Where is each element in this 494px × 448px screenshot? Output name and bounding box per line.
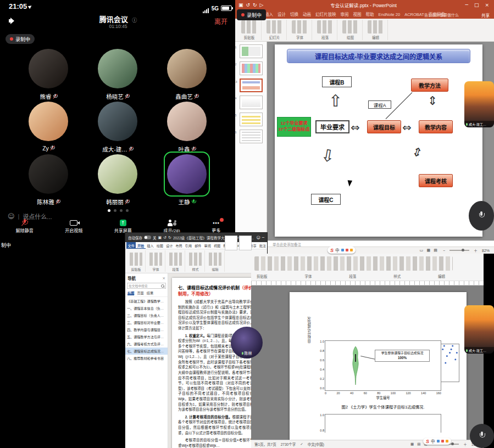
- ribbon-tab[interactable]: 插入: [146, 242, 155, 249]
- nav-outline-item[interactable]: 六、课程考核方式及评价标准: [125, 340, 168, 348]
- input-method-bar[interactable]: S 中: [328, 247, 356, 254]
- ime-tool-icon[interactable]: [346, 249, 348, 251]
- save-icon[interactable]: ▣: [238, 2, 243, 8]
- minimize-button[interactable]: ─: [262, 236, 264, 240]
- slide-thumbnail[interactable]: 2: [240, 61, 263, 75]
- slide-thumbnail[interactable]: 1: [240, 44, 263, 58]
- ribbon-tab[interactable]: 切换: [288, 10, 301, 19]
- emoji-icon[interactable]: ☺: [8, 212, 15, 220]
- ruler[interactable]: [251, 281, 484, 285]
- video-tile-muted[interactable]: [469, 201, 494, 231]
- close-button[interactable]: ×: [483, 2, 491, 8]
- ribbon-tab[interactable]: 动画: [301, 10, 313, 19]
- autosave-toggle[interactable]: [144, 236, 151, 239]
- slide-thumbnail[interactable]: 6: [240, 130, 263, 143]
- nav-outline-item[interactable]: 三、课程目标对毕业要求的支撑: [125, 319, 168, 326]
- participant-tile[interactable]: 鑫曲艺: [157, 46, 217, 100]
- participant-tile[interactable]: 杨晓艺: [87, 46, 148, 100]
- slide[interactable]: 课程目标达成-毕业要求达成之间的逻辑关系 课程B ⇧ 毕业要求 ⇔ 课程目标 ⇔…: [275, 44, 482, 237]
- slide-thumbnail-selected[interactable]: 3: [240, 79, 263, 92]
- input-method-bar[interactable]: S 中: [423, 438, 451, 445]
- nav-tab[interactable]: 标题: [127, 290, 134, 295]
- ribbon-tab[interactable]: 文件: [126, 242, 136, 249]
- style-gallery[interactable]: [225, 236, 252, 250]
- ribbon-tab[interactable]: 引用: [184, 242, 193, 249]
- ime-tool-icon[interactable]: [446, 440, 448, 443]
- participant-tile[interactable]: 成大-建…: [87, 99, 148, 153]
- unmute-button[interactable]: 解除静音: [16, 219, 34, 233]
- slide-panel[interactable]: 1 2 3 4 5 6: [235, 42, 267, 240]
- minimize-button[interactable]: ─: [464, 2, 470, 8]
- redo-icon[interactable]: ↻: [168, 236, 171, 240]
- nav-outline-item[interactable]: 《基础工程》课程教学大纲: [125, 298, 168, 305]
- video-tile[interactable]: 成大-建工…: [464, 81, 494, 127]
- participant-tile[interactable]: 韩丽丽: [87, 152, 148, 206]
- ribbon-tab[interactable]: 审阅: [338, 10, 351, 19]
- smiley-icon[interactable]: ☺: [256, 236, 260, 240]
- ime-mode[interactable]: 中: [431, 438, 435, 444]
- notes-pane[interactable]: 单击此处添加备注: [267, 240, 494, 247]
- zoom-in-button[interactable]: ＋: [474, 248, 478, 253]
- ime-tool-icon[interactable]: [341, 249, 344, 251]
- document-page[interactable]: 目标1达成情况 1.0 0.8 0.6 1.0 0.8 0.6 0.4 0.2 …: [290, 292, 467, 440]
- nav-outline-item[interactable]: 七、课程目标达成情况评价机制: [125, 348, 168, 355]
- ribbon-tab[interactable]: 设计: [165, 242, 174, 249]
- ribbon-group[interactable]: 编辑: [364, 20, 388, 40]
- ribbon-tab[interactable]: 设计: [275, 10, 288, 19]
- zoom-level[interactable]: 82%: [482, 249, 490, 253]
- video-bubble[interactable]: 陈林: [231, 327, 263, 359]
- participant-tile[interactable]: 陈林雅: [18, 152, 79, 206]
- nav-outline-item[interactable]: 八、推荐教材和参考书目: [125, 355, 168, 362]
- ribbon-icons[interactable]: [254, 256, 453, 271]
- ribbon-group[interactable]: 样式: [186, 250, 205, 272]
- ime-mode[interactable]: 中: [335, 247, 340, 253]
- ribbon-group[interactable]: 绘图: [338, 20, 363, 40]
- ribbon-tab[interactable]: 邮件: [193, 242, 203, 249]
- ribbon-tab[interactable]: 布局: [174, 242, 184, 249]
- slideshow-icon[interactable]: ▷: [260, 2, 264, 8]
- ribbon-tab[interactable]: 审阅: [203, 242, 212, 249]
- tell-me-box[interactable]: 告诉我你想要做什么: [424, 12, 459, 18]
- nav-outline-item[interactable]: 一、课程基本信息（负责人填写）: [125, 305, 168, 312]
- ribbon-group[interactable]: 剪贴板: [237, 20, 262, 40]
- zoom-slider[interactable]: [449, 250, 469, 251]
- save-icon[interactable]: ▣: [158, 236, 162, 240]
- nav-tab[interactable]: 结果: [147, 290, 153, 295]
- participant-tile[interactable]: 叶鑫: [157, 99, 217, 153]
- ribbon-tab[interactable]: 视图: [212, 242, 221, 249]
- share-screen-button[interactable]: 共享屏幕: [114, 219, 132, 233]
- ribbon-group[interactable]: 剪贴板: [127, 250, 146, 272]
- slide-thumbnail[interactable]: 4: [240, 96, 263, 109]
- ribbon-tab[interactable]: 幻灯片放映: [313, 10, 338, 19]
- search-icon[interactable]: [161, 284, 164, 288]
- info-icon[interactable]: ⓘ: [132, 18, 137, 23]
- language-indicator[interactable]: 中文(中国): [308, 441, 324, 447]
- ime-tool-icon[interactable]: [441, 440, 444, 443]
- ribbon-tab[interactable]: EndNote 20: [376, 10, 403, 19]
- view-buttons[interactable]: ▭ ▦ ▤: [420, 248, 439, 253]
- style-gallery-card[interactable]: [225, 236, 237, 250]
- style-gallery-card[interactable]: [239, 236, 252, 250]
- participant-tile[interactable]: Zy: [18, 99, 79, 152]
- nav-outline-item[interactable]: 四、教学内容与课程目标的关系: [125, 326, 168, 333]
- nav-outline-item[interactable]: 二、课程目标（负责人填写）: [125, 312, 168, 319]
- leave-button[interactable]: 离开: [214, 16, 227, 26]
- share-button[interactable]: 共享: [481, 12, 490, 18]
- participant-tile[interactable]: 熊睿: [18, 46, 79, 100]
- ribbon-tab[interactable]: ACROBAT: [402, 10, 426, 19]
- undo-icon[interactable]: ↺: [163, 236, 166, 240]
- ribbon-group[interactable]: 字体: [147, 250, 165, 272]
- slide-thumbnail[interactable]: 5: [240, 113, 263, 126]
- ime-tool-icon[interactable]: [350, 249, 353, 251]
- ribbon-group[interactable]: 幻灯片: [263, 20, 287, 40]
- video-tile[interactable]: 成大-建工…: [464, 305, 494, 354]
- start-video-button[interactable]: 开启视频: [65, 219, 82, 233]
- ribbon-tab[interactable]: 帮助: [364, 10, 376, 19]
- ribbon-tab[interactable]: 视图: [351, 10, 364, 19]
- video-tile-muted[interactable]: [470, 424, 494, 448]
- spellcheck-icon[interactable]: ✓: [300, 442, 303, 446]
- nav-outline-item[interactable]: 五、课程教学方法与评价支撑课程目标: [125, 333, 168, 340]
- ribbon-tab[interactable]: 开始: [136, 242, 145, 249]
- document-page[interactable]: 七、课程目标达成情况评价机制（评价机制用，不用修改） 按照《成都大学关于完善产出…: [172, 278, 263, 448]
- redo-icon[interactable]: ↻: [253, 2, 257, 8]
